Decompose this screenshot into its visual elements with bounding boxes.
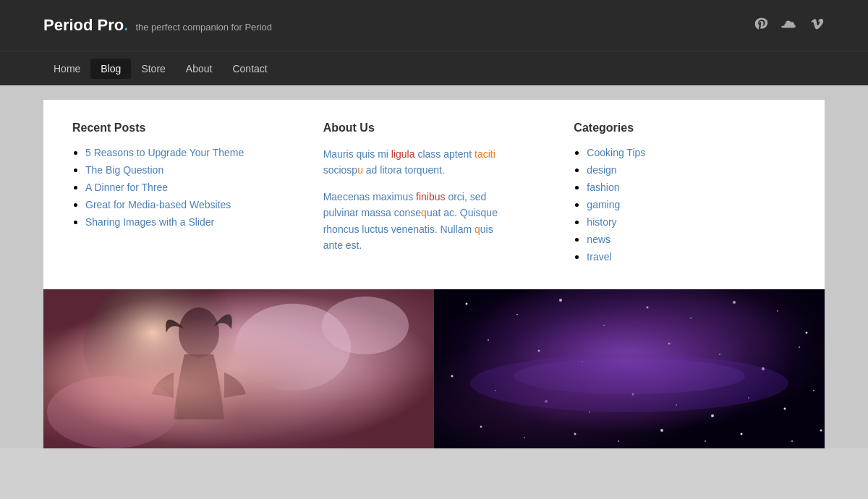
svg-point-41 xyxy=(791,440,793,442)
list-item: Great for Media-based Websites xyxy=(85,198,294,211)
svg-point-33 xyxy=(813,390,814,391)
svg-point-9 xyxy=(516,314,518,315)
post-link-4[interactable]: Great for Media-based Websites xyxy=(85,199,231,210)
cat-link-news[interactable]: news xyxy=(587,234,610,245)
categories-title: Categories xyxy=(574,121,796,135)
cat-link-gaming[interactable]: gaming xyxy=(587,199,620,210)
svg-point-15 xyxy=(777,310,778,312)
list-item: history xyxy=(587,216,796,229)
svg-point-3 xyxy=(235,304,351,391)
categories-widget: Categories Cooking Tips design fashion g… xyxy=(559,121,796,268)
svg-point-27 xyxy=(589,411,590,413)
svg-point-10 xyxy=(559,299,562,302)
svg-point-37 xyxy=(618,440,619,442)
soundcloud-icon[interactable] xyxy=(781,17,797,34)
nav-home[interactable]: Home xyxy=(43,59,90,79)
cat-link-fashion[interactable]: fashion xyxy=(587,182,619,193)
svg-point-12 xyxy=(647,307,649,309)
svg-point-38 xyxy=(660,429,663,432)
nav-blog[interactable]: Blog xyxy=(90,59,131,79)
svg-point-42 xyxy=(820,430,822,432)
svg-point-17 xyxy=(488,339,489,341)
svg-point-8 xyxy=(466,303,468,305)
recent-posts-title: Recent Posts xyxy=(72,121,294,135)
post-link-1[interactable]: 5 Reasons to Upgrade Your Theme xyxy=(85,147,244,158)
vimeo-icon[interactable] xyxy=(810,17,825,35)
widget-panel: Recent Posts 5 Reasons to Upgrade Your T… xyxy=(43,100,825,289)
svg-point-16 xyxy=(806,332,808,334)
cat-link-travel[interactable]: travel xyxy=(587,251,611,263)
svg-rect-6 xyxy=(434,289,825,448)
svg-point-29 xyxy=(676,404,677,406)
svg-point-14 xyxy=(733,301,736,304)
svg-point-30 xyxy=(711,414,714,417)
about-para-2: Maecenas maximus finibus orci, sed pulvi… xyxy=(323,189,545,254)
list-item: 5 Reasons to Upgrade Your Theme xyxy=(85,146,294,159)
svg-point-25 xyxy=(495,390,496,391)
site-title: Period Pro. xyxy=(43,16,128,35)
list-item: travel xyxy=(587,250,796,263)
svg-point-11 xyxy=(603,325,605,326)
list-item: gaming xyxy=(587,198,796,211)
title-accent: . xyxy=(124,16,128,34)
cat-link-cooking[interactable]: Cooking Tips xyxy=(587,147,645,158)
svg-point-39 xyxy=(705,440,706,442)
about-us-title: About Us xyxy=(323,121,545,135)
svg-point-36 xyxy=(574,433,576,435)
left-image-svg xyxy=(43,289,434,448)
svg-point-2 xyxy=(179,307,219,358)
svg-point-13 xyxy=(690,317,692,319)
cat-link-history[interactable]: history xyxy=(587,216,616,228)
svg-point-24 xyxy=(451,375,454,378)
list-item: news xyxy=(587,233,796,246)
nav-contact[interactable]: Contact xyxy=(222,59,277,79)
post-link-2[interactable]: The Big Question xyxy=(85,164,163,176)
hero-image-left xyxy=(43,289,434,448)
nav-about[interactable]: About xyxy=(176,59,223,79)
about-us-widget: About Us Mauris quis mi ligula class apt… xyxy=(309,121,560,268)
list-item: Sharing Images with a Slider xyxy=(85,216,294,229)
svg-point-35 xyxy=(524,437,525,438)
cat-link-design[interactable]: design xyxy=(587,164,616,176)
svg-point-34 xyxy=(480,426,482,428)
svg-point-31 xyxy=(748,397,749,398)
list-item: fashion xyxy=(587,181,796,194)
svg-point-7 xyxy=(485,304,774,419)
hero-image-right xyxy=(434,289,825,448)
svg-point-23 xyxy=(799,346,800,348)
svg-point-26 xyxy=(545,400,548,403)
svg-point-18 xyxy=(538,350,540,352)
social-icons xyxy=(754,17,825,35)
recent-posts-widget: Recent Posts 5 Reasons to Upgrade Your T… xyxy=(72,121,309,268)
list-item: The Big Question xyxy=(85,163,294,176)
list-item: design xyxy=(587,163,796,176)
nav-store[interactable]: Store xyxy=(131,59,175,79)
recent-posts-list: 5 Reasons to Upgrade Your Theme The Big … xyxy=(72,146,294,229)
categories-list: Cooking Tips design fashion gaming histo… xyxy=(574,146,796,263)
svg-point-4 xyxy=(322,297,409,354)
svg-point-20 xyxy=(668,343,671,345)
svg-rect-0 xyxy=(43,289,434,448)
svg-point-21 xyxy=(719,354,720,355)
site-tagline: the perfect companion for Period xyxy=(135,22,272,33)
list-item: A Dinner for Three xyxy=(85,181,294,194)
about-para-1: Mauris quis mi ligula class aptent tacit… xyxy=(323,146,545,179)
svg-point-5 xyxy=(47,376,177,448)
svg-point-32 xyxy=(784,408,786,410)
svg-point-28 xyxy=(632,393,634,396)
svg-point-43 xyxy=(470,354,788,412)
header-brand: Period Pro. the perfect companion for Pe… xyxy=(43,16,272,35)
image-section xyxy=(43,289,825,448)
svg-point-22 xyxy=(762,367,765,370)
svg-point-40 xyxy=(741,433,743,435)
post-link-5[interactable]: Sharing Images with a Slider xyxy=(85,216,214,228)
post-link-3[interactable]: A Dinner for Three xyxy=(85,182,168,193)
svg-point-1 xyxy=(83,289,257,419)
list-item: Cooking Tips xyxy=(587,146,796,159)
pinterest-icon[interactable] xyxy=(754,17,768,35)
main-wrapper: Recent Posts 5 Reasons to Upgrade Your T… xyxy=(0,85,868,448)
svg-point-19 xyxy=(582,361,583,362)
main-nav: Home Blog Store About Contact xyxy=(0,51,868,85)
right-image-svg xyxy=(434,289,825,448)
site-header: Period Pro. the perfect companion for Pe… xyxy=(0,0,868,51)
